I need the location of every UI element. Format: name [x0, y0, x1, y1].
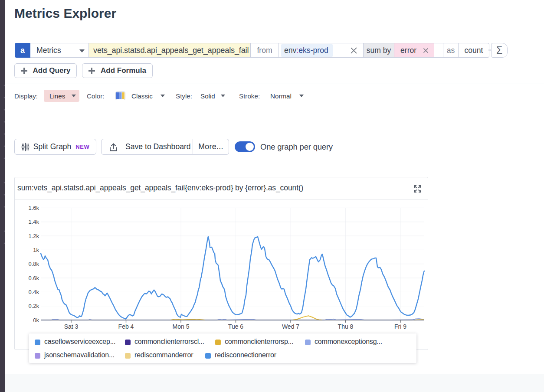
svg-text:Thu 8: Thu 8	[338, 323, 354, 330]
svg-text:Sat 3: Sat 3	[64, 323, 79, 330]
svg-text:1.4k: 1.4k	[28, 219, 39, 225]
svg-text:Feb 4: Feb 4	[118, 323, 134, 330]
svg-text:0.6k: 0.6k	[28, 275, 39, 281]
svg-text:Tue 6: Tue 6	[228, 323, 243, 330]
svg-text:0.2k: 0.2k	[28, 303, 39, 309]
svg-text:1k: 1k	[33, 247, 39, 253]
svg-text:0.8k: 0.8k	[28, 261, 39, 267]
svg-text:0k: 0k	[33, 317, 39, 323]
svg-text:Mon 5: Mon 5	[173, 323, 190, 330]
svg-text:1.6k: 1.6k	[28, 205, 39, 211]
svg-text:Wed 7: Wed 7	[282, 323, 299, 330]
svg-text:1.2k: 1.2k	[28, 233, 39, 239]
svg-text:0.4k: 0.4k	[28, 289, 39, 295]
svg-text:Fri 9: Fri 9	[394, 323, 406, 330]
